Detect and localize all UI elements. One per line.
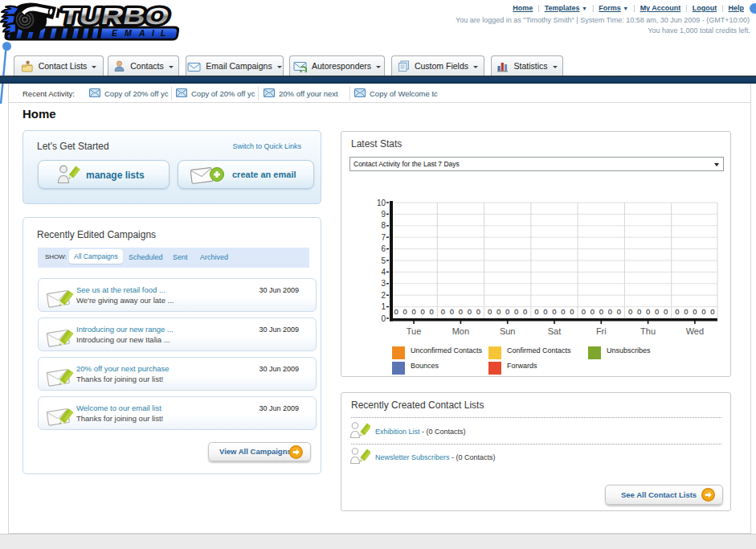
svg-text:0: 0 — [637, 307, 641, 316]
svg-text:Mon: Mon — [452, 326, 469, 336]
svg-text:0: 0 — [441, 307, 445, 316]
svg-text:0: 0 — [590, 307, 595, 316]
svg-text:0: 0 — [664, 307, 668, 316]
svg-text:Sun: Sun — [500, 326, 516, 336]
svg-text:0: 0 — [608, 307, 612, 316]
svg-text:0: 0 — [403, 307, 407, 316]
svg-text:E: E — [112, 28, 118, 38]
svg-text:0: 0 — [505, 307, 509, 316]
svg-text:10: 10 — [377, 199, 386, 207]
svg-text:0: 0 — [411, 307, 415, 316]
svg-text:0: 0 — [450, 307, 454, 316]
svg-text:0: 0 — [468, 307, 472, 316]
svg-text:0: 0 — [693, 307, 697, 316]
svg-text:0: 0 — [710, 307, 714, 316]
svg-text:0: 0 — [459, 307, 463, 316]
svg-text:0: 0 — [429, 307, 433, 316]
svg-text:0: 0 — [497, 307, 501, 316]
svg-text:Thu: Thu — [640, 326, 656, 336]
svg-text:7: 7 — [381, 233, 386, 242]
svg-text:0: 0 — [570, 307, 574, 316]
svg-text:0: 0 — [394, 307, 398, 316]
svg-text:0: 0 — [628, 307, 632, 316]
svg-text:3: 3 — [381, 279, 386, 288]
svg-text:0: 0 — [420, 307, 424, 316]
svg-text:0: 0 — [543, 307, 547, 316]
svg-text:0: 0 — [534, 307, 538, 316]
svg-text:1: 1 — [381, 302, 386, 311]
svg-text:0: 0 — [582, 307, 586, 316]
svg-text:TURBO: TURBO — [59, 2, 172, 29]
svg-text:0: 0 — [523, 307, 527, 316]
svg-text:6: 6 — [381, 244, 386, 253]
svg-text:A: A — [138, 28, 145, 38]
svg-text:Wed: Wed — [686, 326, 704, 336]
svg-text:Tue: Tue — [407, 326, 422, 336]
svg-text:Sat: Sat — [548, 326, 562, 336]
svg-text:0: 0 — [599, 307, 603, 316]
svg-text:L: L — [161, 28, 166, 38]
svg-text:0: 0 — [701, 307, 705, 316]
svg-text:0: 0 — [476, 307, 480, 316]
svg-text:M: M — [125, 28, 132, 38]
svg-text:0: 0 — [488, 307, 492, 316]
svg-text:9: 9 — [381, 210, 386, 219]
svg-text:4: 4 — [381, 268, 386, 277]
svg-text:0: 0 — [552, 307, 556, 316]
svg-text:0: 0 — [561, 307, 565, 316]
svg-text:8: 8 — [381, 221, 386, 230]
svg-text:0: 0 — [675, 307, 679, 316]
svg-text:0: 0 — [684, 307, 688, 316]
svg-text:0: 0 — [514, 307, 518, 316]
svg-text:0: 0 — [381, 314, 386, 323]
svg-text:0: 0 — [617, 307, 621, 316]
svg-text:2: 2 — [381, 291, 386, 300]
svg-text:0: 0 — [646, 307, 650, 316]
svg-text:0: 0 — [655, 307, 659, 316]
svg-text:Fri: Fri — [596, 326, 607, 336]
svg-text:5: 5 — [381, 256, 386, 265]
